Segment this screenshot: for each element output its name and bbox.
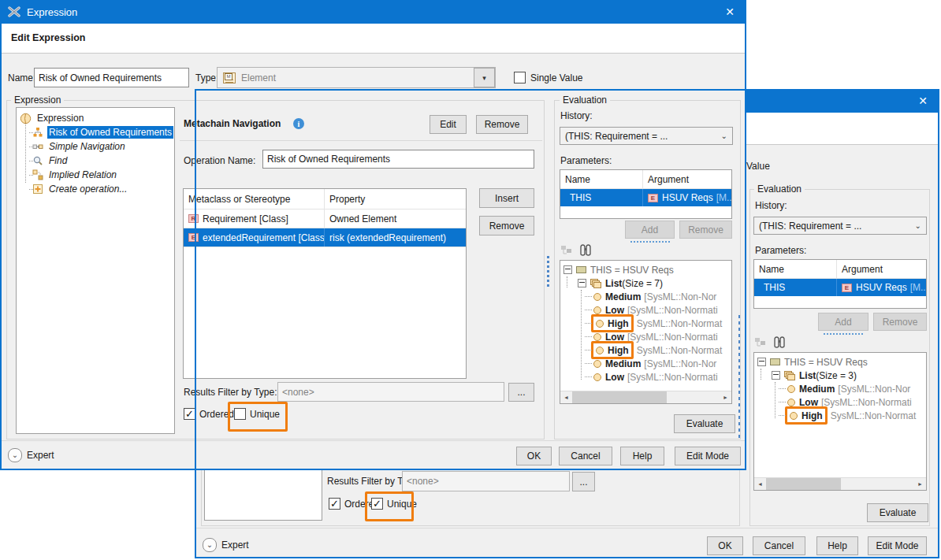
evaluate-button[interactable]: Evaluate — [674, 414, 735, 433]
tree-item[interactable]: Medium [SysML::Non-Nor — [757, 382, 926, 395]
history-dropdown[interactable]: (THIS: Requirement = ... ⌄ — [560, 127, 733, 145]
scrollbar-thumb[interactable] — [572, 391, 667, 403]
result-tree[interactable]: THIS = HSUV Reqs List (Size = 7) Medium … — [560, 260, 732, 404]
table-header-row: Name Argument — [560, 170, 731, 189]
tree-item-highlighted[interactable]: High SysML::Non-Normat — [563, 343, 731, 357]
table-row[interactable]: THIS E HSUV Reqs [M... — [754, 279, 926, 296]
horizontal-scrollbar[interactable]: ◄ ► — [754, 477, 926, 490]
operation-name-input[interactable]: Risk of Owned Requirements — [262, 150, 534, 169]
back-close-icon[interactable]: ✕ — [913, 91, 933, 110]
close-icon[interactable]: ✕ — [720, 2, 740, 21]
unique-checkbox[interactable] — [234, 408, 246, 420]
back-add-button[interactable]: Add — [818, 313, 868, 331]
back-result-tree[interactable]: THIS = HSUV Reqs List (Size = 3) Medium … — [753, 352, 927, 491]
help-button[interactable]: Help — [620, 447, 664, 465]
back-cancel-button[interactable]: Cancel — [753, 536, 805, 555]
ok-button[interactable]: OK — [516, 447, 552, 465]
expression-icon — [20, 113, 32, 124]
back-unique-checkbox[interactable]: ✓ — [371, 498, 383, 510]
metachain-table[interactable]: Metaclass or Stereotype Property R Requi… — [183, 188, 467, 379]
tree-item-find[interactable]: Find — [20, 154, 174, 168]
tree-item-metachain[interactable]: Risk of Owned Requirements — [20, 125, 174, 139]
operation-name-label: Operation Name: — [184, 155, 255, 166]
tree-item[interactable]: Low [SysML::Non-Normati — [563, 303, 731, 317]
horizontal-scrollbar[interactable]: ◄ ► — [560, 391, 731, 403]
requirement-icon: R — [188, 214, 199, 223]
back-remove-param-button[interactable]: Remove — [873, 313, 927, 331]
remove-metachain-button[interactable]: Remove — [476, 115, 528, 134]
back-help-button[interactable]: Help — [816, 536, 858, 555]
tree-item-implied-relation[interactable]: Implied Relation — [20, 168, 174, 182]
tree-item[interactable]: Low [SysML::Non-Normati — [563, 370, 731, 384]
back-ordered-checkbox[interactable]: ✓ — [329, 498, 340, 510]
literal-icon — [596, 347, 604, 354]
back-results-filter-input[interactable]: <none> — [402, 471, 570, 491]
metachain-icon — [32, 127, 43, 138]
scroll-left-icon[interactable]: ◄ — [754, 478, 766, 490]
results-filter-input[interactable]: <none> — [277, 382, 504, 402]
type-dropdown[interactable]: Element ▾ — [217, 67, 496, 88]
collapse-icon[interactable] — [578, 279, 586, 287]
cancel-button[interactable]: Cancel — [559, 447, 612, 465]
name-input[interactable]: Risk of Owned Requirements — [34, 68, 189, 87]
tree-node-expression-root[interactable]: Expression — [20, 111, 174, 125]
back-history-dropdown[interactable]: (THIS: Requirement = ... ⌄ — [753, 217, 927, 235]
tree-item-highlighted[interactable]: High SysML::Non-Normat — [757, 409, 926, 422]
scroll-right-icon[interactable]: ► — [914, 478, 926, 490]
edit-mode-button[interactable]: Edit Mode — [675, 447, 741, 465]
structure-icon[interactable] — [560, 244, 574, 257]
table-row[interactable]: R Requirement [Class] Owned Element — [184, 210, 466, 228]
ordered-checkbox[interactable]: ✓ — [184, 408, 195, 420]
literal-icon — [593, 306, 601, 314]
tree-node-this[interactable]: THIS = HSUV Reqs — [757, 355, 926, 369]
remove-row-button[interactable]: Remove — [479, 216, 534, 235]
remove-param-button[interactable]: Remove — [679, 221, 732, 239]
expert-toggle[interactable]: ⌄ Expert — [8, 448, 54, 462]
collapse-icon[interactable] — [563, 265, 572, 274]
edit-button[interactable]: Edit — [430, 115, 467, 134]
list-icon — [590, 279, 601, 288]
table-row-selected[interactable]: E extendedRequirement [Class] risk (exte… — [184, 228, 466, 247]
search-binoculars-icon[interactable] — [578, 243, 593, 257]
splitter-handle[interactable] — [547, 256, 549, 289]
tree-node-list[interactable]: List (Size = 3) — [757, 369, 926, 382]
tree-node-this[interactable]: THIS = HSUV Reqs — [563, 263, 731, 276]
tree-item-simple-navigation[interactable]: Simple Navigation — [20, 139, 174, 154]
literal-icon — [787, 399, 795, 406]
expression-tree-panel[interactable]: Expression Risk of Owned Requirements — [16, 107, 175, 434]
structure-icon[interactable] — [754, 336, 768, 349]
scrollbar-thumb[interactable] — [766, 478, 841, 490]
ordered-label: Ordered — [199, 409, 234, 420]
search-binoculars-icon[interactable] — [772, 336, 787, 349]
tree-item[interactable]: Medium [SysML::Non-Nor — [563, 357, 731, 370]
tree-item[interactable]: Medium [SysML::Non-Nor — [563, 290, 731, 303]
tree-item[interactable]: Low [SysML::Non-Normati — [563, 330, 731, 343]
table-row[interactable]: THIS E HSUV Reqs [M... — [560, 189, 731, 206]
single-value-checkbox[interactable] — [514, 72, 526, 83]
back-expert-toggle[interactable]: ⌄ Expert — [203, 538, 249, 552]
back-edit-mode-button[interactable]: Edit Mode — [868, 536, 927, 555]
info-icon[interactable]: i — [293, 118, 304, 129]
back-ok-button[interactable]: OK — [707, 536, 743, 555]
insert-button[interactable]: Insert — [479, 188, 534, 208]
name-label: Name: — [8, 72, 35, 83]
scroll-right-icon[interactable]: ► — [720, 391, 731, 403]
expression-group-label: Expression — [11, 95, 64, 106]
literal-icon — [790, 412, 798, 420]
back-browse-button[interactable]: ... — [572, 472, 595, 491]
back-parameters-table[interactable]: Name Argument THIS E HSUV Reqs [M... — [753, 259, 927, 309]
dropdown-arrow-button[interactable]: ▾ — [474, 68, 495, 87]
tree-item[interactable]: Low [SysML::Non-Normati — [757, 395, 926, 409]
parameters-table[interactable]: Name Argument THIS E HSUV Reqs [M... — [560, 169, 732, 219]
tree-node-list[interactable]: List (Size = 7) — [563, 276, 731, 290]
chevron-down-icon: ⌄ — [915, 221, 921, 230]
browse-button[interactable]: ... — [508, 383, 534, 402]
scroll-left-icon[interactable]: ◄ — [560, 391, 572, 403]
collapse-icon[interactable] — [772, 371, 780, 380]
back-evaluate-button[interactable]: Evaluate — [867, 503, 928, 522]
tree-item-create-operation[interactable]: Create operation... — [20, 182, 174, 196]
titlebar[interactable]: Expression ✕ — [0, 0, 746, 24]
add-button[interactable]: Add — [625, 221, 675, 239]
collapse-icon[interactable] — [757, 358, 766, 366]
tree-item-highlighted[interactable]: High SysML::Non-Normat — [563, 317, 731, 330]
